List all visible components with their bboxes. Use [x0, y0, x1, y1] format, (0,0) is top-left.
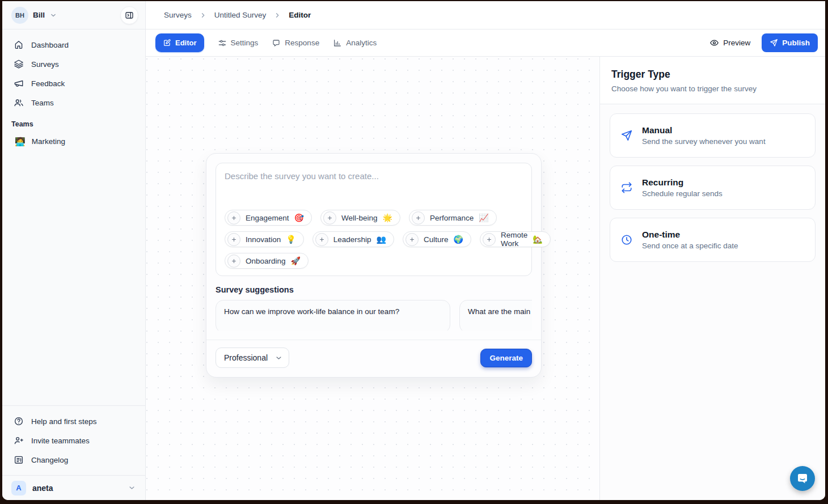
topic-chip-remote-work[interactable]: Remote Work 🏡: [480, 231, 551, 247]
topic-chip-emoji: 🏡: [533, 235, 542, 243]
clock-icon: [620, 234, 633, 246]
topic-chip-culture[interactable]: Culture 🌍: [403, 231, 471, 247]
chevron-right-icon: [199, 11, 207, 19]
breadcrumb-surveys[interactable]: Surveys: [164, 11, 192, 19]
topic-chip-leadership[interactable]: Leadership 👥: [312, 231, 394, 247]
tone-select[interactable]: Professional: [216, 348, 289, 368]
trigger-type-panel: Trigger Type Choose how you want to trig…: [599, 57, 825, 500]
suggestions-row: How can we improve work-life balance in …: [216, 300, 532, 331]
topic-chip-innovation[interactable]: Innovation 💡: [225, 231, 304, 247]
topic-chip-emoji: 👥: [377, 235, 386, 243]
trigger-option-description: Send once at a specific date: [642, 242, 738, 250]
sidebar-item-label: Dashboard: [31, 41, 69, 49]
message-square-icon: [272, 39, 281, 48]
sidebar-item-teams[interactable]: Teams: [7, 93, 141, 112]
tab-label: Analytics: [346, 39, 377, 47]
trigger-option-recurring[interactable]: Recurring Schedule regular sends: [610, 166, 816, 210]
app-window: BH Bill Dashboard: [2, 1, 825, 500]
preview-button[interactable]: Preview: [709, 38, 750, 48]
suggestion-card[interactable]: What are the main ob: [459, 300, 532, 331]
prompt-box: Engagement 🎯 Well-being 🌟: [216, 163, 532, 276]
send-icon: [620, 129, 633, 142]
trigger-option-description: Send the survey whenever you want: [642, 137, 766, 146]
megaphone-icon: [14, 78, 24, 88]
toolbar: Editor Settings Response Analytics: [146, 29, 825, 57]
suggestions-title: Survey suggestions: [216, 285, 532, 294]
sidebar-item-label: Invite teammates: [31, 437, 90, 445]
sidebar-item-feedback[interactable]: Feedback: [7, 74, 141, 93]
topic-chip-emoji: 🚀: [291, 257, 301, 265]
eye-icon: [709, 38, 719, 48]
topic-chip-emoji: 🌍: [454, 235, 463, 243]
plus-icon: [412, 211, 425, 225]
survey-prompt-input[interactable]: [225, 171, 523, 203]
chevron-down-icon: [128, 484, 136, 492]
trigger-option-one-time[interactable]: One-time Send once at a specific date: [610, 218, 816, 262]
plus-icon: [227, 233, 240, 246]
editor-canvas: Engagement 🎯 Well-being 🌟: [146, 57, 599, 500]
tab-response[interactable]: Response: [272, 39, 319, 48]
sidebar-item-help[interactable]: Help and first steps: [7, 412, 141, 431]
panel-subtitle: Choose how you want to trigger the surve…: [611, 84, 814, 93]
main-area: Surveys Untitled Survey Editor Editor: [146, 1, 825, 500]
chevron-down-icon: [49, 11, 57, 19]
topic-chip-label: Leadership: [333, 235, 371, 244]
topic-chip-well-being[interactable]: Well-being 🌟: [320, 210, 400, 226]
topic-chip-label: Remote Work: [501, 231, 527, 248]
topic-chips: Engagement 🎯 Well-being 🌟: [225, 210, 523, 269]
publish-label: Publish: [782, 39, 810, 47]
sidebar-collapse-button[interactable]: [120, 6, 138, 24]
workspace-avatar: BH: [11, 7, 28, 24]
chat-launcher-button[interactable]: [790, 466, 815, 491]
trigger-option-title: Recurring: [642, 177, 723, 188]
account-menu[interactable]: A aneta: [2, 475, 145, 500]
topic-chip-label: Engagement: [246, 214, 289, 222]
topic-chip-emoji: 💡: [286, 235, 295, 243]
topic-chip-engagement[interactable]: Engagement 🎯: [225, 210, 312, 226]
plus-icon: [405, 233, 419, 246]
trigger-option-title: Manual: [642, 125, 766, 135]
sidebar-item-dashboard[interactable]: Dashboard: [7, 35, 141, 54]
changelog-icon: [14, 455, 24, 465]
sidebar-item-changelog[interactable]: Changelog: [7, 450, 141, 469]
trigger-option-manual[interactable]: Manual Send the survey whenever you want: [610, 113, 816, 158]
tab-editor[interactable]: Editor: [155, 33, 204, 52]
topic-chip-label: Well-being: [341, 214, 378, 222]
breadcrumb-editor: Editor: [289, 11, 311, 19]
bar-chart-icon: [333, 39, 342, 48]
tab-label: Response: [285, 39, 319, 47]
plus-icon: [315, 233, 328, 246]
publish-button[interactable]: Publish: [762, 33, 818, 52]
breadcrumb-untitled-survey[interactable]: Untitled Survey: [214, 11, 267, 19]
sidebar-nav: Dashboard Surveys Feedback Teams: [2, 29, 145, 112]
sidebar-item-invite[interactable]: Invite teammates: [7, 431, 141, 450]
team-label: Marketing: [32, 137, 65, 146]
composer-footer: Professional Generate: [206, 340, 541, 368]
sidebar-item-surveys[interactable]: Surveys: [7, 54, 141, 74]
sidebar-team-marketing[interactable]: 🧑‍💻 Marketing: [7, 132, 141, 151]
tab-settings[interactable]: Settings: [218, 39, 259, 48]
ai-survey-composer: Engagement 🎯 Well-being 🌟: [206, 153, 542, 378]
tab-label: Settings: [231, 39, 259, 47]
sidebar-item-label: Feedback: [31, 79, 65, 88]
workspace-name: Bill: [33, 11, 45, 19]
topic-chip-label: Innovation: [246, 235, 281, 244]
topic-chip-onboarding[interactable]: Onboarding 🚀: [225, 253, 309, 269]
layers-icon: [14, 59, 24, 69]
workspace-switcher[interactable]: BH Bill: [2, 1, 145, 29]
panel-header: Trigger Type Choose how you want to trig…: [600, 57, 825, 104]
panel-body: Manual Send the survey whenever you want…: [600, 104, 825, 279]
chevron-right-icon: [273, 11, 281, 19]
tab-analytics[interactable]: Analytics: [333, 39, 377, 48]
topic-chip-emoji: 📈: [479, 214, 488, 222]
suggestion-card[interactable]: How can we improve work-life balance in …: [216, 300, 450, 331]
topic-chip-emoji: 🌟: [383, 214, 392, 222]
topic-chip-emoji: 🎯: [294, 214, 304, 222]
account-name: aneta: [32, 484, 121, 493]
topic-chip-performance[interactable]: Performance 📈: [409, 210, 497, 226]
user-plus-icon: [14, 435, 24, 446]
home-icon: [14, 40, 24, 50]
plus-icon: [227, 211, 240, 225]
sliders-icon: [218, 39, 227, 48]
generate-button[interactable]: Generate: [480, 349, 532, 367]
